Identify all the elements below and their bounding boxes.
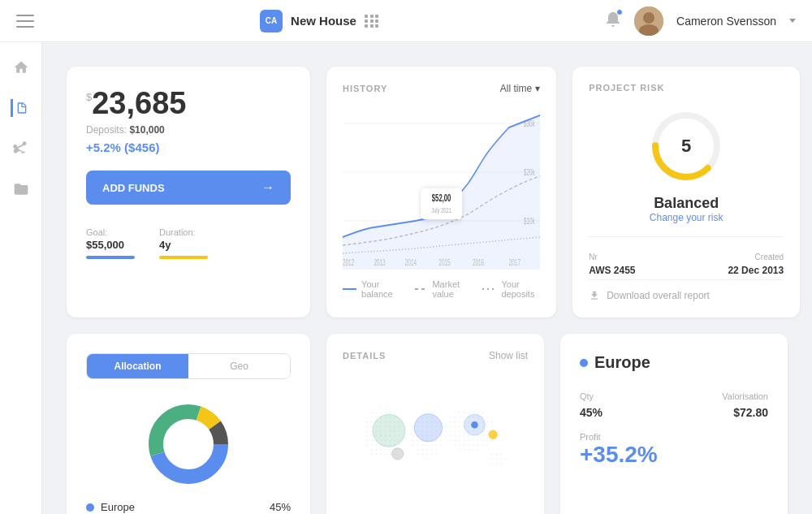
project-name: New House [291, 14, 356, 28]
grid-icon[interactable] [365, 15, 379, 28]
user-menu-chevron[interactable] [789, 19, 796, 23]
deposits-label: Deposits: $10,000 [86, 124, 291, 136]
history-card: HISTORY All time ▾ $30k $20k [326, 67, 556, 317]
risk-created-label: Created [755, 253, 784, 261]
arrow-icon: → [261, 180, 274, 195]
change-indicator: +5.2% ($456) [86, 140, 291, 154]
svg-point-33 [471, 421, 478, 429]
chart-legend: Your balance Market value Your deposits [343, 279, 540, 299]
svg-text:2016: 2016 [473, 257, 484, 267]
risk-label: Balanced [589, 195, 784, 212]
svg-text:$52,00: $52,00 [432, 192, 451, 203]
europe-legend-label: Europe [101, 501, 135, 513]
europe-valorisation: Valorisation $72.80 [678, 388, 768, 419]
svg-text:2015: 2015 [438, 257, 450, 267]
risk-created: Created 22 Dec 2013 [690, 248, 784, 276]
risk-card: PROJECT RISK 5 Balanced Change your r [572, 67, 800, 317]
svg-text:2012: 2012 [343, 257, 354, 267]
risk-nr: Nr AWS 2455 [589, 248, 682, 276]
download-report-label: Download overall report [607, 290, 710, 301]
svg-text:2017: 2017 [509, 257, 520, 267]
show-list-button[interactable]: Show list [489, 350, 528, 361]
duration-label: Duration: [159, 227, 196, 237]
sidebar-item-share[interactable] [12, 140, 30, 158]
goal-item: Goal: $55,000 [86, 224, 135, 259]
risk-nr-label: Nr [589, 253, 598, 261]
europe-detail-title: Europe [580, 353, 768, 372]
allocation-card: Allocation Geo [67, 334, 310, 514]
risk-gauge: 5 [589, 106, 784, 187]
user-name: Cameron Svensson [676, 15, 776, 28]
sidebar-item-folder[interactable] [12, 180, 30, 198]
legend-market-line [415, 288, 428, 290]
qty-value: 45% [580, 406, 670, 419]
duration-value: 4y [159, 239, 208, 251]
risk-score: 5 [681, 136, 691, 157]
history-card-header: HISTORY All time ▾ [343, 83, 540, 94]
download-report-button[interactable]: Download overall report [589, 279, 784, 301]
topnav: CA New House Cameron Svensson [0, 0, 812, 42]
history-title: HISTORY [343, 84, 387, 93]
nav-center: CA New House [34, 10, 605, 32]
goal-label: Goal: [86, 227, 107, 237]
europe-legend-pct: 45% [270, 501, 291, 513]
goal-value: $55,000 [86, 239, 135, 251]
risk-nr-value: AWS 2455 [589, 265, 682, 276]
europe-title-label: Europe [594, 353, 650, 372]
profit-value: +35.2% [580, 442, 768, 468]
time-filter-button[interactable]: All time ▾ [500, 83, 540, 94]
filter-chevron-icon: ▾ [535, 83, 540, 94]
risk-card-header: PROJECT RISK [589, 83, 784, 93]
sidebar-item-documents[interactable] [11, 99, 28, 117]
svg-point-34 [392, 448, 404, 460]
bell-notification-dot [616, 9, 623, 15]
europe-dot [86, 503, 94, 512]
duration-progress-bar [159, 256, 208, 259]
details-card: DETAILS Show list [326, 334, 544, 514]
tab-geo[interactable]: Geo [188, 354, 290, 378]
duration-item: Duration: 4y [159, 224, 208, 259]
valorisation-label: Valorisation [722, 391, 768, 401]
legend-market: Market value [415, 279, 467, 299]
balance-display: $23,685 [86, 86, 291, 121]
goal-duration: Goal: $55,000 Duration: 4y [86, 224, 291, 259]
svg-text:2014: 2014 [405, 257, 417, 267]
risk-meta: Nr AWS 2455 Created 22 Dec 2013 [589, 236, 784, 276]
main-content: $23,685 Deposits: $10,000 +5.2% ($456) A… [42, 42, 812, 514]
svg-point-35 [489, 430, 498, 439]
details-title: DETAILS [343, 351, 386, 361]
user-avatar [634, 6, 663, 36]
details-card-header: DETAILS Show list [343, 350, 528, 361]
europe-legend-item: Europe 45% [86, 501, 291, 513]
svg-point-29 [486, 452, 507, 466]
profit-label: Profit [580, 432, 768, 442]
top-cards-row: $23,685 Deposits: $10,000 +5.2% ($456) A… [67, 67, 788, 317]
sidebar [0, 42, 42, 514]
svg-point-31 [373, 414, 405, 447]
donut-chart [86, 395, 291, 493]
bottom-cards-row: Allocation Geo [67, 334, 788, 514]
bell-icon[interactable] [605, 11, 621, 32]
hamburger-icon[interactable] [16, 15, 34, 28]
balance-amount: 23,685 [92, 86, 186, 120]
balance-card: $23,685 Deposits: $10,000 +5.2% ($456) A… [67, 67, 310, 317]
svg-text:July 2021: July 2021 [431, 206, 451, 215]
nav-left [16, 15, 34, 28]
add-funds-button[interactable]: ADD FUNDS → [86, 171, 291, 205]
goal-progress-bar [86, 256, 135, 259]
gauge-container: 5 [646, 106, 727, 187]
risk-title: PROJECT RISK [589, 83, 664, 93]
nav-right: Cameron Svensson [605, 6, 796, 36]
allocation-tab-group: Allocation Geo [86, 353, 291, 379]
legend-deposits-line [482, 288, 496, 290]
europe-detail-card: Europe Qty 45% Valorisation $72.80 Profi… [560, 334, 788, 514]
sidebar-item-home[interactable] [12, 58, 30, 76]
legend-balance: Your balance [343, 279, 399, 299]
project-avatar: CA [260, 10, 283, 32]
tab-allocation[interactable]: Allocation [87, 354, 188, 378]
europe-qty: Qty 45% [580, 388, 670, 419]
risk-created-value: 22 Dec 2013 [690, 265, 784, 276]
europe-stats: Qty 45% Valorisation $72.80 [580, 388, 768, 419]
change-risk-link[interactable]: Change your risk [589, 212, 784, 223]
legend-deposits: Your deposits [482, 279, 540, 299]
